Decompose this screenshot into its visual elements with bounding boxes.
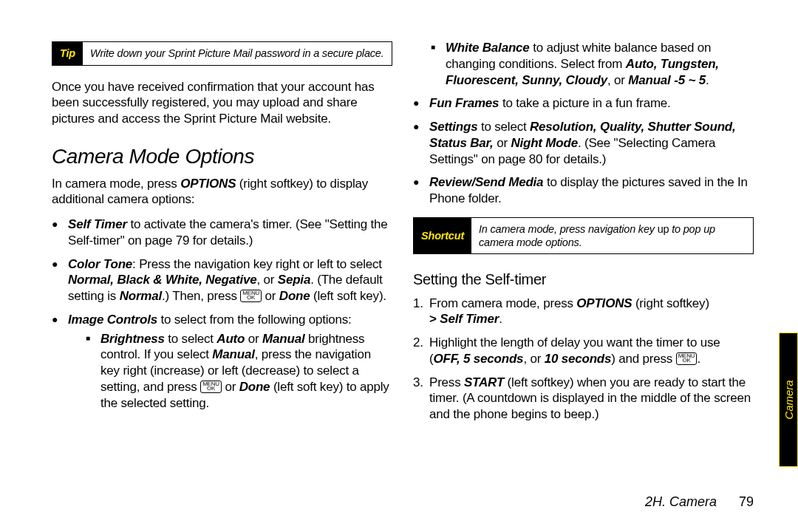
options-keyword: OPTIONS: [576, 296, 632, 310]
option-values: OFF, 5 seconds: [433, 352, 523, 366]
tip-box: Tip Write down your Sprint Picture Mail …: [52, 41, 392, 66]
option-values: Normal, Black & White, Negative: [68, 273, 256, 287]
side-tab: Camera: [779, 332, 798, 467]
text: , or: [607, 73, 628, 87]
step-2: Highlight the length of delay you want t…: [413, 335, 754, 367]
left-column: Tip Write down your Sprint Picture Mail …: [52, 40, 392, 517]
side-tab-label: Camera: [782, 380, 795, 419]
text: or: [262, 289, 279, 303]
shortcut-box: Shortcut In camera mode, press navigatio…: [413, 217, 754, 254]
text: , or: [523, 352, 544, 366]
done-keyword: Done: [239, 380, 270, 394]
text: (right softkey): [632, 296, 709, 310]
text: ) and press: [611, 352, 675, 366]
start-keyword: START: [464, 375, 504, 389]
text: to take a picture in a fun frame.: [499, 96, 670, 110]
option-value: Sepia: [278, 273, 310, 287]
text: Press: [429, 375, 464, 389]
list-item-fun-frames: Fun Frames to take a picture in a fun fr…: [413, 95, 754, 112]
text: In camera mode, press navigation key: [479, 223, 658, 235]
list-item-color-tone: Color Tone: Press the navigation key rig…: [52, 256, 392, 304]
key-bottom: OK: [207, 385, 215, 392]
option-label: Color Tone: [68, 257, 132, 271]
option-value: Night Mode: [511, 136, 578, 150]
text: .) Then, press: [162, 289, 240, 303]
text: : Press the navigation key right or left…: [132, 257, 382, 271]
menu-ok-key-icon: MENUOK: [200, 381, 222, 393]
list-item-review-send: Review/Send Media to display the picture…: [413, 174, 754, 207]
option-label: Fun Frames: [429, 96, 499, 110]
option-label: Review/Send Media: [429, 175, 543, 189]
image-controls-sublist-cont: White Balance to adjust white balance ba…: [413, 40, 754, 88]
tip-body: Write down your Sprint Picture Mail pass…: [83, 42, 392, 65]
menu-ok-key-icon: MENUOK: [240, 290, 262, 302]
sub-title: Setting the Self-timer: [413, 270, 754, 290]
right-column: White Balance to adjust white balance ba…: [413, 40, 754, 517]
option-value: Manual: [262, 332, 304, 346]
option-label: Brightness: [100, 332, 165, 346]
steps-list: From camera mode, press OPTIONS (right s…: [413, 296, 754, 423]
image-controls-sublist: Brightness to select Auto or Manual brig…: [68, 331, 392, 412]
menu-ok-key-icon: MENUOK: [676, 352, 698, 365]
option-label: White Balance: [446, 41, 530, 55]
option-label: Self Timer: [68, 217, 127, 231]
footer-chapter: 2H. Camera: [645, 494, 717, 510]
shortcut-body: In camera mode, press navigation key up …: [471, 218, 753, 253]
option-label: Image Controls: [68, 313, 157, 327]
option-label: Settings: [429, 120, 477, 134]
key-bottom: OK: [682, 357, 690, 364]
tip-tag: Tip: [52, 42, 83, 65]
page: Tip Write down your Sprint Picture Mail …: [0, 0, 798, 532]
sublist-item-white-balance: White Balance to adjust white balance ba…: [413, 40, 754, 88]
text: or: [494, 136, 511, 150]
text: , or: [256, 273, 277, 287]
key-bottom: OK: [247, 294, 255, 301]
up-keyword: up: [658, 223, 669, 235]
text: .: [697, 352, 700, 366]
shortcut-tag: Shortcut: [414, 218, 471, 253]
option-label: Self Timer: [440, 312, 499, 326]
text: (left soft key).: [310, 289, 386, 303]
sublist-item-brightness: Brightness to select Auto or Manual brig…: [68, 331, 392, 412]
footer-page-number: 79: [739, 494, 754, 510]
list-item-image-controls: Image Controls to select from the follow…: [52, 312, 392, 412]
intro-paragraph: Once you have received confirmation that…: [52, 79, 392, 127]
text: In camera mode, press: [52, 177, 180, 191]
done-keyword: Done: [279, 289, 310, 303]
breadcrumb-gt: >: [429, 312, 437, 326]
text: .: [706, 73, 709, 87]
section-title: Camera Mode Options: [52, 143, 392, 170]
options-keyword: OPTIONS: [180, 177, 236, 191]
options-list-cont: Fun Frames to take a picture in a fun fr…: [413, 95, 754, 207]
option-value: Manual: [212, 347, 254, 361]
option-value: Normal: [120, 289, 162, 303]
page-footer: 2H. Camera 79: [645, 494, 754, 510]
text: or: [222, 380, 239, 394]
option-value: Manual -5 ~ 5: [628, 73, 706, 87]
text: .: [499, 312, 502, 326]
text: to select: [477, 120, 530, 134]
list-item-self-timer: Self Timer to activate the camera's time…: [52, 216, 392, 249]
camera-mode-intro: In camera mode, press OPTIONS (right sof…: [52, 176, 392, 208]
option-value: Auto: [216, 332, 245, 346]
text: to select from the following options:: [157, 313, 352, 327]
text: or: [245, 332, 262, 346]
step-3: Press START (left softkey) when you are …: [413, 375, 754, 423]
step-1: From camera mode, press OPTIONS (right s…: [413, 296, 754, 328]
text: to select: [165, 332, 217, 346]
options-list: Self Timer to activate the camera's time…: [52, 216, 392, 411]
text: From camera mode, press: [429, 296, 576, 310]
option-value: 10 seconds: [545, 352, 612, 366]
list-item-settings: Settings to select Resolution, Quality, …: [413, 119, 754, 167]
